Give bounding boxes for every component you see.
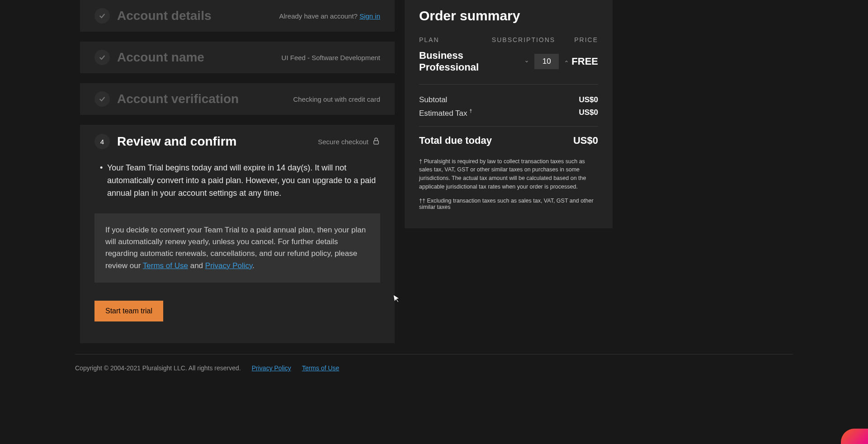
step-account-name: Account name UI Feed - Software Developm… <box>80 42 395 73</box>
terms-of-use-link[interactable]: Terms of Use <box>143 261 188 270</box>
trial-description: Your Team Trial begins today and will ex… <box>107 162 380 200</box>
order-summary-title: Order summary <box>419 8 598 24</box>
increment-button[interactable] <box>561 57 571 66</box>
tax-footnote-1: † Pluralsight is required by law to coll… <box>419 157 598 191</box>
footer-privacy-link[interactable]: Privacy Policy <box>252 364 291 372</box>
total-due-value: US$0 <box>573 135 598 146</box>
sign-in-link[interactable]: Sign in <box>359 12 380 20</box>
lock-icon <box>372 137 380 146</box>
step-account-verification: Account verification Checking out with c… <box>80 83 395 115</box>
check-icon <box>94 8 110 24</box>
check-icon <box>94 50 110 65</box>
footer-terms-link[interactable]: Terms of Use <box>302 364 339 372</box>
check-icon <box>94 91 110 107</box>
privacy-policy-link[interactable]: Privacy Policy <box>205 261 253 270</box>
total-due-label: Total due today <box>419 135 492 146</box>
step-review-confirm: 4 Review and confirm Secure checkout You… <box>80 125 395 343</box>
svg-rect-0 <box>374 141 379 144</box>
start-team-trial-button[interactable]: Start team trial <box>94 301 163 321</box>
step-title: Account details <box>117 9 211 23</box>
header-subscriptions: SUBSCRIPTIONS <box>492 36 555 43</box>
quantity-stepper <box>522 54 571 69</box>
signin-prompt: Already have an account? Sign in <box>279 12 381 20</box>
estimated-tax-value: US$0 <box>579 108 598 118</box>
decrement-button[interactable] <box>522 57 532 66</box>
step-title: Review and confirm <box>117 134 237 149</box>
divider <box>419 126 598 127</box>
plan-price: FREE <box>571 56 598 67</box>
subtotal-value: US$0 <box>579 95 598 104</box>
header-plan: PLAN <box>419 36 439 43</box>
step-number-badge: 4 <box>94 134 110 149</box>
plan-name: Business Professional <box>419 50 522 73</box>
tax-footnote-2: †† Excluding transaction taxes such as s… <box>419 198 598 210</box>
step-title: Account name <box>117 50 204 65</box>
quantity-input[interactable] <box>534 54 559 69</box>
step-title: Account verification <box>117 92 239 106</box>
step-account-details: Account details Already have an account?… <box>80 0 395 32</box>
verification-method: Checking out with credit card <box>293 95 380 103</box>
order-summary-panel: Order summary PLAN SUBSCRIPTIONS PRICE B… <box>405 0 613 228</box>
renewal-info-box: If you decide to convert your Team Trial… <box>94 213 380 283</box>
subtotal-label: Subtotal <box>419 95 447 104</box>
account-name-value: UI Feed - Software Development <box>282 54 380 61</box>
secure-checkout-label: Secure checkout <box>318 137 380 146</box>
chat-bubble-button[interactable] <box>841 429 868 444</box>
copyright-text: Copyright © 2004-2021 Pluralsight LLC. A… <box>75 364 241 372</box>
estimated-tax-label: Estimated Tax † <box>419 108 472 118</box>
header-price: PRICE <box>574 36 598 43</box>
